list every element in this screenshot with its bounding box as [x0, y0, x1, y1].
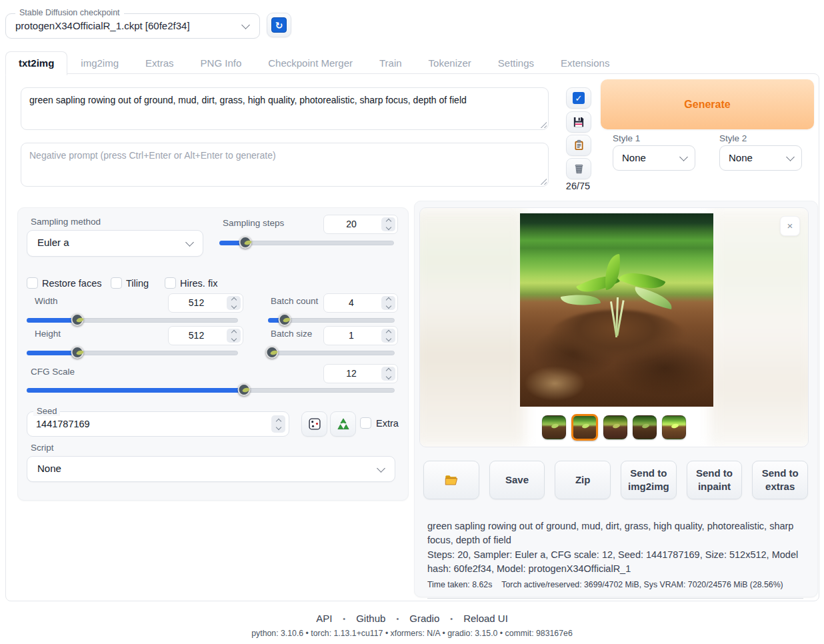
apply-style-button[interactable]: [566, 135, 591, 156]
save-button[interactable]: Save: [489, 461, 545, 499]
batch-count-slider[interactable]: [268, 313, 395, 326]
chevron-down-icon: [786, 153, 795, 161]
width-label: Width: [35, 296, 58, 306]
stepper-icon[interactable]: [227, 296, 241, 310]
tab-checkpoint-merger[interactable]: Checkpoint Merger: [255, 51, 366, 75]
negative-prompt-input[interactable]: [21, 143, 548, 186]
gallery-thumbnail-2-selected[interactable]: [571, 414, 598, 441]
settings-panel: Sampling method Euler a Sampling steps 2…: [17, 207, 409, 501]
gallery-thumbnail-1[interactable]: [542, 415, 566, 439]
main-panel: green sapling rowing out of ground, mud,…: [5, 73, 819, 601]
width-input[interactable]: 512: [168, 293, 243, 313]
extra-seed-checkbox[interactable]: [360, 417, 371, 429]
generation-time-row: Time taken: 8.62sTorch active/reserved: …: [427, 579, 803, 591]
script-label: Script: [31, 443, 54, 453]
tab-png-info[interactable]: PNG Info: [187, 51, 255, 75]
hires-fix-checkbox[interactable]: [165, 277, 176, 289]
batch-count-label: Batch count: [271, 296, 318, 306]
sampling-method-value: Euler a: [37, 237, 69, 248]
open-folder-button[interactable]: [423, 461, 479, 499]
random-seed-button[interactable]: [301, 411, 327, 437]
sampling-method-label: Sampling method: [31, 217, 101, 227]
tab-tokenizer[interactable]: Tokenizer: [415, 51, 485, 75]
cfg-scale-input[interactable]: 12: [323, 364, 398, 383]
style1-label: Style 1: [613, 133, 640, 143]
gallery-thumbnail-3[interactable]: [603, 415, 627, 439]
thumbnail-strip: [420, 414, 808, 441]
prompt-input[interactable]: green sapling rowing out of ground, mud,…: [21, 88, 548, 129]
tab-extensions[interactable]: Extensions: [547, 51, 623, 75]
close-gallery-button[interactable]: ×: [780, 216, 800, 236]
reuse-seed-button[interactable]: [330, 411, 356, 437]
tab-train[interactable]: Train: [366, 51, 415, 75]
footer-link-github[interactable]: Github: [356, 613, 385, 624]
open-folder-icon: [443, 473, 459, 487]
sapling-illustration: [520, 213, 713, 407]
sampling-steps-label: Sampling steps: [223, 218, 284, 228]
footer-link-gradio[interactable]: Gradio: [409, 613, 439, 624]
vram-text: Torch active/reserved: 3699/4702 MiB, Sy…: [501, 580, 783, 589]
chevron-down-icon: [185, 238, 194, 247]
refresh-checkpoint-button[interactable]: ↻: [267, 13, 291, 37]
footer-links: API•Github•Gradio•Reload UI: [0, 613, 824, 624]
width-slider[interactable]: [27, 313, 238, 326]
stepper-icon[interactable]: [227, 329, 241, 343]
tab-img2img[interactable]: img2img: [67, 51, 132, 75]
separator-dot: •: [450, 615, 453, 623]
stepper-icon[interactable]: [271, 415, 285, 433]
seed-input[interactable]: Seed 1441787169: [27, 411, 289, 437]
batch-size-slider[interactable]: [268, 346, 395, 359]
footer-link-api[interactable]: API: [316, 613, 332, 624]
cfg-scale-label: CFG Scale: [31, 367, 75, 377]
height-slider[interactable]: [27, 346, 238, 359]
save-style-button[interactable]: [566, 111, 591, 133]
time-taken-text: Time taken: 8.62s: [427, 580, 492, 589]
batch-count-input[interactable]: 4: [323, 293, 398, 313]
recycle-icon: [337, 417, 350, 431]
tiling-checkbox[interactable]: [111, 277, 122, 289]
negative-prompt-box: [21, 143, 549, 187]
tiling-label: Tiling: [126, 278, 149, 289]
footer-link-reload-ui[interactable]: Reload UI: [463, 613, 508, 624]
stepper-icon[interactable]: [381, 217, 395, 231]
gallery-thumbnail-5[interactable]: [662, 415, 686, 439]
chevron-down-icon: [679, 153, 688, 161]
send-to-img2img-button[interactable]: Send to img2img: [621, 461, 677, 499]
tab-txt2img[interactable]: txt2img: [5, 51, 67, 75]
stepper-icon[interactable]: [381, 296, 395, 310]
generated-image[interactable]: [520, 213, 713, 407]
batch-size-input[interactable]: 1: [323, 326, 398, 345]
token-counter: 26/75: [563, 181, 593, 191]
clear-prompt-button[interactable]: [566, 158, 591, 179]
clipboard-icon: [573, 139, 585, 151]
sampling-method-dropdown[interactable]: Euler a: [27, 230, 203, 257]
stepper-icon[interactable]: [381, 329, 395, 343]
sampling-steps-input[interactable]: 20: [323, 215, 398, 234]
generate-button[interactable]: Generate: [601, 79, 814, 129]
script-dropdown[interactable]: None: [27, 456, 395, 482]
gallery-thumbnail-4[interactable]: [633, 415, 657, 439]
chevron-down-icon: [377, 464, 385, 473]
image-viewer: ×: [419, 207, 809, 447]
style2-dropdown[interactable]: None: [719, 145, 802, 171]
dice-icon: [308, 417, 321, 431]
send-to-inpaint-button[interactable]: Send to inpaint: [687, 461, 743, 499]
checkpoint-value: protogenX34OfficialR_1.ckpt [60fe2f34]: [15, 14, 190, 38]
zip-button[interactable]: Zip: [555, 461, 611, 499]
style2-label: Style 2: [719, 133, 747, 143]
check-icon: ✓: [573, 92, 585, 104]
style1-dropdown[interactable]: None: [613, 145, 695, 171]
checkpoint-dropdown[interactable]: Stable Diffusion checkpoint protogenX34O…: [5, 13, 260, 39]
sampling-steps-slider[interactable]: [219, 236, 394, 249]
tab-settings[interactable]: Settings: [485, 51, 547, 75]
tab-extras[interactable]: Extras: [132, 51, 187, 75]
cfg-scale-slider[interactable]: [27, 383, 395, 396]
send-to-extras-button[interactable]: Send to extras: [752, 461, 808, 499]
batch-size-label: Batch size: [271, 329, 312, 339]
separator-dot: •: [343, 615, 345, 623]
restore-faces-checkbox[interactable]: [27, 277, 38, 289]
height-input[interactable]: 512: [168, 326, 243, 345]
paste-generation-params-button[interactable]: ✓: [566, 87, 591, 109]
stepper-icon[interactable]: [381, 367, 395, 381]
seed-value: 1441787169: [36, 412, 90, 436]
